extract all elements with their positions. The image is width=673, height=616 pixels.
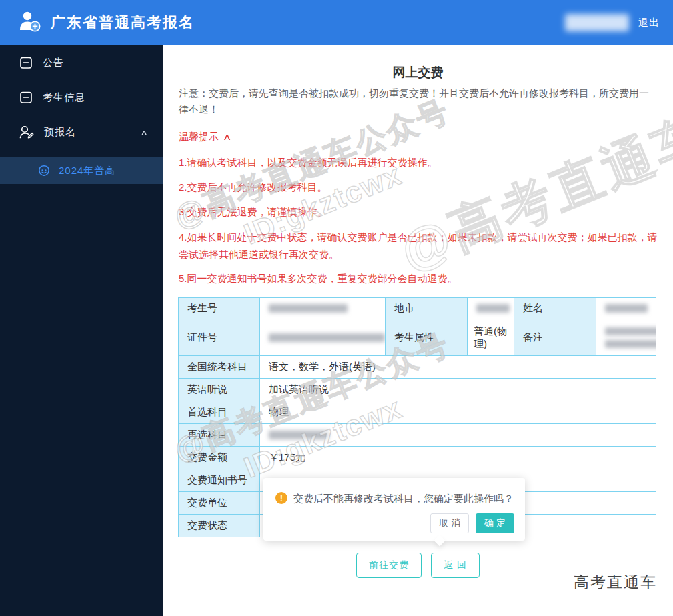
chevron-up-icon[interactable]: ∧ [140, 128, 149, 137]
cell-value-remark [596, 319, 656, 356]
cell-value-candidate-type: 普通(物理) [468, 319, 514, 356]
redacted-value [269, 333, 385, 342]
confirm-actions: 取 消 确 定 [275, 513, 514, 533]
popover-arrow [434, 535, 446, 547]
cell-label-candidate-type: 考生属性 [386, 319, 468, 356]
cell-value-id-no [260, 319, 386, 356]
sidebar-item-pre-registration[interactable]: 预报名 ∧ [0, 115, 163, 149]
payment-notice: 注意：交费后，请先查询是否被扣款成功，切勿重复交费！并且交费后不允许再修改报考科… [179, 85, 658, 117]
warning-icon: ! [275, 492, 287, 504]
tip-item: 5.同一交费通知书号如果多次交费，重复交费部分会自动退费。 [179, 270, 659, 287]
sidebar-subitem-2024-gaokao[interactable]: 2024年普高 [0, 157, 163, 184]
app-title: 广东省普通高考报名 [51, 13, 195, 33]
go-to-pay-button[interactable]: 前往交费 [356, 553, 422, 578]
sidebar-subitem-label: 2024年普高 [59, 165, 115, 177]
tip-item: 1.请确认考试科目，以及交费金额无误后再进行交费操作。 [179, 154, 659, 171]
user-edit-icon [19, 125, 35, 139]
sidebar-item-announcements[interactable]: 公告 [0, 45, 163, 80]
redacted-value [605, 304, 648, 313]
confirm-message-row: ! 交费后不能再修改考试科目，您确定要此操作吗？ [275, 492, 514, 505]
confirm-button[interactable]: 确 定 [476, 513, 514, 533]
cell-value-second-choice-subject [260, 424, 656, 447]
cell-value-payment-amount: ￥175元 [260, 447, 656, 469]
header-user-area: 退出 [565, 0, 660, 45]
page-title: 网上交费 [163, 64, 673, 81]
app-header: 广东省普通高考报名 退出 [0, 0, 673, 45]
username-redacted [565, 14, 629, 31]
redacted-value [476, 304, 510, 313]
redacted-value [269, 304, 348, 313]
cell-value-name [596, 298, 656, 319]
redacted-value [605, 327, 656, 335]
tip-item: 2.交费后不再允许修改报考科目。 [179, 179, 659, 196]
cell-label-remark: 备注 [514, 319, 596, 356]
sidebar-item-candidate-info[interactable]: 考生信息 [0, 80, 163, 115]
cell-label-second-choice-subject: 再选科目 [179, 424, 260, 447]
app-window: 广东省普通高考报名 退出 公告 考生信息 [0, 0, 673, 616]
cell-value-first-choice-subject: 物理 [260, 401, 656, 424]
cell-label-national-subjects: 全国统考科目 [179, 356, 260, 379]
cell-label-payment-status: 交费状态 [179, 515, 260, 537]
cell-label-english-listening: 英语听说 [179, 379, 260, 401]
sidebar-item-label: 预报名 [44, 126, 76, 139]
face-icon [37, 164, 51, 177]
cancel-button[interactable]: 取 消 [430, 513, 469, 533]
cell-label-id-no: 证件号 [179, 319, 260, 356]
logout-link[interactable]: 退出 [638, 17, 660, 29]
bulletin-icon [19, 55, 33, 70]
redacted-value [605, 340, 656, 348]
tips-collapse-icon[interactable]: ∧ [223, 132, 232, 142]
cell-value-exam-no [260, 298, 386, 319]
cell-label-name: 姓名 [514, 298, 596, 319]
tip-item: 3.交费后无法退费，请谨慎操作。 [179, 203, 659, 221]
confirm-popover: ! 交费后不能再修改考试科目，您确定要此操作吗？ 取 消 确 定 [263, 478, 525, 541]
tip-item: 4.如果长时间处于交费中状态，请确认交费账户是否已扣款；如果未扣款，请尝试再次交… [179, 229, 659, 263]
tips-title-text: 温馨提示 [179, 131, 219, 142]
confirm-message: 交费后不能再修改考试科目，您确定要此操作吗？ [293, 492, 514, 505]
tips-header: 温馨提示∧ [179, 131, 231, 143]
cell-value-english-listening: 加试英语听说 [260, 379, 656, 401]
cell-label-payment-notice-no: 交费通知书号 [179, 469, 260, 492]
cell-value-national-subjects: 语文，数学，外语(英语) [260, 356, 656, 379]
cell-label-exam-no: 考生号 [179, 298, 260, 319]
sidebar-item-label: 考生信息 [43, 91, 85, 104]
redacted-multiline [605, 327, 656, 348]
add-user-icon [17, 9, 43, 36]
sidebar-nav: 公告 考生信息 预报名 ∧ [0, 45, 163, 616]
bulletin-icon [19, 90, 33, 105]
cell-value-city [468, 298, 514, 319]
brand-watermark: 高考直通车 [574, 572, 657, 593]
sidebar-item-label: 公告 [43, 57, 64, 69]
cell-label-payment-amount: 交费金额 [179, 447, 260, 469]
cell-label-city: 地市 [386, 298, 468, 319]
back-button[interactable]: 返 回 [431, 553, 480, 578]
cell-label-first-choice-subject: 首选科目 [179, 401, 260, 424]
redacted-value [269, 431, 329, 439]
cell-label-payment-unit: 交费单位 [179, 492, 260, 515]
